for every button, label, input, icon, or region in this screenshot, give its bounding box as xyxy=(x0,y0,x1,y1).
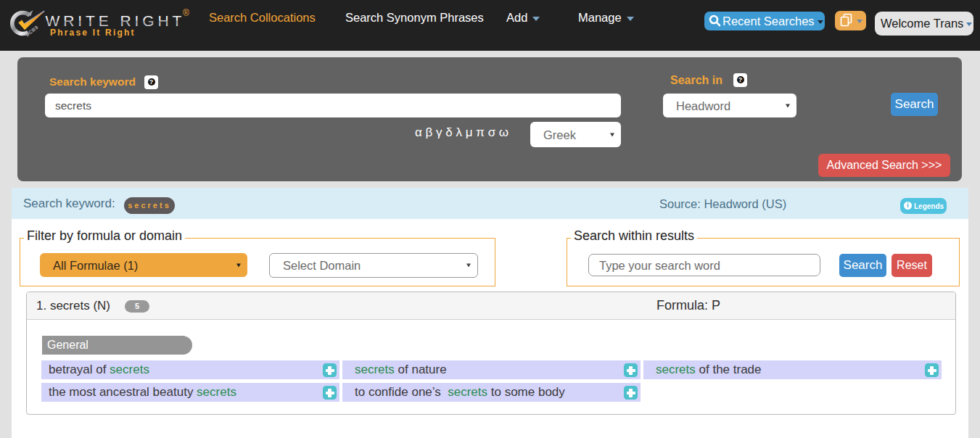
svg-text:Phrase It Right: Phrase It Right xyxy=(50,28,136,38)
svg-text:®: ® xyxy=(183,8,189,18)
svg-text:WRITE RIGHT: WRITE RIGHT xyxy=(46,12,186,29)
